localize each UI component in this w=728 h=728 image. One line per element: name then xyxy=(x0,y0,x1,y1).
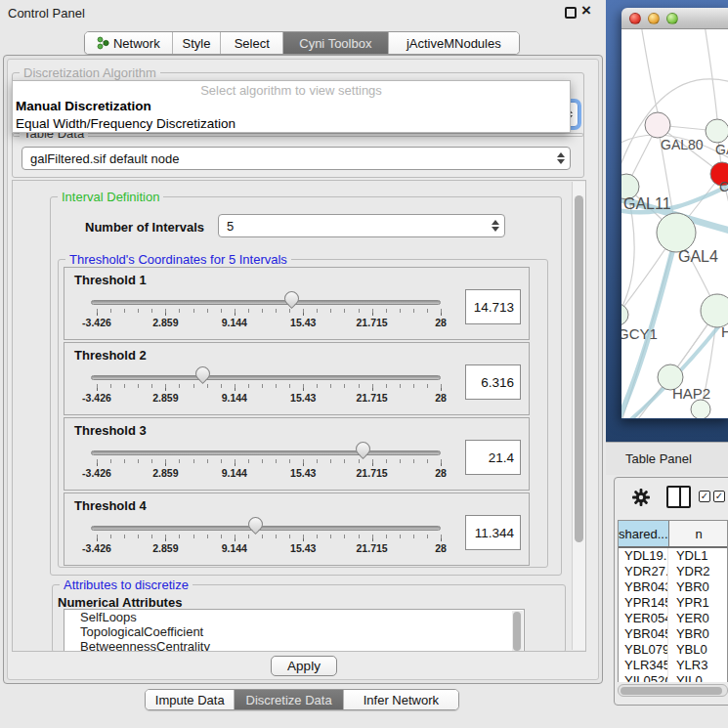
popup-option-equal-width[interactable]: Equal Width/Frequency Discretization xyxy=(13,115,570,133)
table-row[interactable]: YBL079WYBL0 xyxy=(619,642,727,658)
threshold-panel: Threshold 4 -3.4262.8599.14415.4321.7152… xyxy=(64,492,530,566)
cell-shared-name[interactable]: YPR145W xyxy=(619,595,668,611)
threshold-slider-track[interactable] xyxy=(91,375,441,380)
threshold-panel: Threshold 2 -3.4262.8599.14415.4321.7152… xyxy=(64,342,530,415)
table-row[interactable]: YIL052CYIL0 xyxy=(619,673,727,682)
threshold-value-field[interactable]: 6.316 xyxy=(465,364,521,400)
slider-minor-ticks xyxy=(97,459,442,463)
network-node[interactable] xyxy=(706,119,728,143)
cell-shared-name[interactable]: YBR045C xyxy=(619,626,668,642)
network-node[interactable] xyxy=(691,400,710,418)
float-window-icon[interactable] xyxy=(565,7,577,19)
cell-name[interactable]: YPR1 xyxy=(668,595,727,611)
tab-network[interactable]: Network xyxy=(85,32,173,54)
table-row[interactable]: YDR27...YDR2 xyxy=(619,564,727,579)
slider-tick-label: 9.144 xyxy=(205,392,264,404)
slider-minor-ticks xyxy=(97,309,442,313)
close-panel-icon[interactable]: × xyxy=(581,1,591,21)
scrollbar-thumb[interactable] xyxy=(575,195,583,542)
scrollbar-thumb[interactable] xyxy=(621,687,722,695)
slider-tick-label: 15.43 xyxy=(274,317,332,328)
close-window-icon[interactable] xyxy=(629,13,641,24)
table-data-combobox[interactable]: galFiltered.sif default node xyxy=(21,147,571,170)
threshold-label: Threshold 3 xyxy=(74,423,147,438)
cell-name[interactable]: YLR3 xyxy=(668,658,727,673)
threshold-value-field[interactable]: 21.4 xyxy=(465,440,521,475)
threshold-slider-thumb[interactable] xyxy=(353,439,373,459)
cell-name[interactable]: YER0 xyxy=(668,611,727,626)
table-horizontal-scrollbar[interactable] xyxy=(618,684,728,697)
minimize-window-icon[interactable] xyxy=(648,13,660,24)
column-header-name[interactable]: n xyxy=(669,521,727,546)
zoom-window-icon[interactable] xyxy=(666,13,678,24)
algorithm-dropdown-popup: Select algorithm to view settings Manual… xyxy=(12,80,571,133)
cell-name[interactable]: YDL1 xyxy=(668,548,727,564)
number-of-intervals-combobox[interactable]: 5 xyxy=(218,214,505,237)
settings-scroll-viewport: Interval Definition Number of Intervals … xyxy=(12,180,586,652)
cell-name[interactable]: YBR0 xyxy=(668,579,727,595)
cell-shared-name[interactable]: YDR27... xyxy=(619,564,668,579)
threshold-slider-track[interactable] xyxy=(91,526,441,531)
node-table: shared... n YDL19...YDL1YDR27...YDR2YBR0… xyxy=(618,520,728,682)
table-row[interactable]: YER054CYER0 xyxy=(619,611,727,626)
cell-shared-name[interactable]: YLR345W xyxy=(619,658,668,673)
attribute-list-item[interactable]: BetweennessCentrality xyxy=(72,639,524,652)
cell-name[interactable]: YIL0 xyxy=(668,673,727,682)
node-label: GAL4 xyxy=(678,248,718,265)
threshold-slider-track[interactable] xyxy=(91,450,441,455)
cell-shared-name[interactable]: YER054C xyxy=(619,611,668,626)
panel-title: Control Panel xyxy=(8,6,85,21)
cell-name[interactable]: YDR2 xyxy=(668,564,727,579)
tab-select[interactable]: Select xyxy=(221,32,283,54)
threshold-slider-track[interactable] xyxy=(91,300,441,305)
network-node[interactable] xyxy=(645,112,670,138)
node-label: GA xyxy=(715,142,728,157)
numerical-attributes-list[interactable]: SelfLoopsTopologicalCoefficientBetweenne… xyxy=(64,609,525,652)
table-row[interactable]: YBR043CYBR0 xyxy=(619,579,727,595)
checkbox-check-icon[interactable]: ✓ xyxy=(699,491,710,502)
network-canvas[interactable]: GAL80GACGAL11GAL4GCY1HHAP2 xyxy=(621,29,728,418)
popup-hint: Select algorithm to view settings xyxy=(13,81,570,98)
column-header-shared-name[interactable]: shared... xyxy=(619,521,669,546)
table-row[interactable]: YDL19...YDL1 xyxy=(619,548,727,564)
settings-vertical-scrollbar[interactable] xyxy=(572,182,585,650)
threshold-slider-thumb[interactable] xyxy=(192,364,212,384)
table-panel-title: Table Panel xyxy=(625,451,692,466)
network-node[interactable] xyxy=(621,304,628,325)
tab-impute-data[interactable]: Impute Data xyxy=(146,690,235,709)
checkbox-check-icon[interactable]: ✓ xyxy=(713,491,725,502)
attribute-list-item[interactable]: SelfLoops xyxy=(72,610,524,624)
table-row[interactable]: YBR045CYBR0 xyxy=(619,626,727,642)
table-row[interactable]: YLR345WYLR3 xyxy=(619,658,727,673)
network-node[interactable] xyxy=(657,213,696,252)
threshold-slider-thumb[interactable] xyxy=(245,514,266,535)
cell-shared-name[interactable]: YIL052C xyxy=(619,673,668,682)
cell-name[interactable]: YBL0 xyxy=(668,642,727,658)
bottom-tab-bar: Impute Data Discretize Data Infer Networ… xyxy=(145,689,459,710)
threshold-label: Threshold 4 xyxy=(74,498,147,513)
slider-scale: -3.4262.8599.14415.4321.71528 xyxy=(64,317,529,329)
popup-option-manual-discretization[interactable]: Manual Discretization xyxy=(13,98,570,115)
list-scrollbar[interactable] xyxy=(512,611,523,652)
cell-shared-name[interactable]: YBL079W xyxy=(619,642,668,658)
tab-label: Style xyxy=(183,36,211,51)
threshold-slider-thumb[interactable] xyxy=(281,288,302,309)
node-label: GAL80 xyxy=(661,137,704,152)
cell-shared-name[interactable]: YDL19... xyxy=(619,548,668,564)
tab-discretize-data[interactable]: Discretize Data xyxy=(235,690,343,709)
network-node[interactable] xyxy=(701,294,728,327)
threshold-value-field[interactable]: 11.344 xyxy=(465,515,521,550)
threshold-value-field[interactable]: 14.713 xyxy=(465,289,521,324)
tab-cyni-toolbox[interactable]: Cyni Toolbox xyxy=(283,32,389,54)
cell-shared-name[interactable]: YBR043C xyxy=(619,579,668,595)
apply-button[interactable]: Apply xyxy=(271,656,337,676)
tab-infer-network[interactable]: Infer Network xyxy=(344,690,458,709)
tab-style[interactable]: Style xyxy=(173,32,222,54)
table-row[interactable]: YPR145WYPR1 xyxy=(619,595,727,611)
gear-icon[interactable] xyxy=(631,488,651,507)
column-split-icon[interactable] xyxy=(666,486,691,508)
tab-jactivemnodules[interactable]: jActiveMNodules xyxy=(389,32,519,54)
network-window-titlebar[interactable] xyxy=(621,8,728,29)
cell-name[interactable]: YBR0 xyxy=(668,626,727,642)
attribute-list-item[interactable]: TopologicalCoefficient xyxy=(72,624,524,639)
